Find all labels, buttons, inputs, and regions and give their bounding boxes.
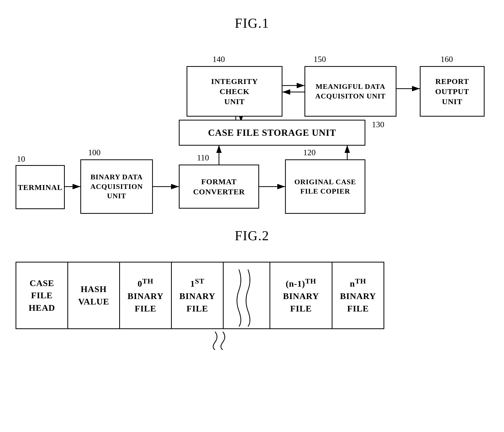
fig2-cell-nth: nTHBINARYFILE bbox=[332, 263, 384, 329]
fig2-title: FIG.2 bbox=[0, 228, 504, 243]
report-output-box: REPORTOUTPUTUNIT bbox=[420, 66, 485, 117]
integrity-check-box: INTEGRITYCHECKUNIT bbox=[187, 66, 282, 117]
ref-meaningful-data: 150 bbox=[314, 54, 326, 64]
fig2-cell-hash-value: HASHVALUE bbox=[68, 263, 120, 329]
meaningful-data-box: MEANIGFUL DATAACQUISITON UNIT bbox=[304, 66, 396, 117]
fig2-cell-n1th: (n-1)THBINARYFILE bbox=[270, 263, 332, 329]
report-output-label: REPORTOUTPUTUNIT bbox=[435, 76, 469, 107]
ref-binary-data: 100 bbox=[88, 148, 101, 157]
case-file-storage-box: CASE FILE STORAGE UNIT bbox=[179, 120, 365, 146]
cell-n1th-label: (n-1)THBINARYFILE bbox=[283, 276, 319, 315]
squiggle-below-svg bbox=[207, 329, 259, 350]
fig1-title: FIG.1 bbox=[0, 16, 504, 31]
fig2-cell-1st: 1STBINARYFILE bbox=[172, 263, 224, 329]
meaningful-data-label: MEANIGFUL DATAACQUISITON UNIT bbox=[315, 82, 386, 101]
binary-data-label: BINARY DATAACQUISITIONUNIT bbox=[90, 172, 143, 201]
cell-1st-label: 1STBINARYFILE bbox=[179, 276, 215, 315]
ref-integrity-check: 140 bbox=[212, 54, 225, 64]
format-converter-box: FORMATCONVERTER bbox=[179, 165, 259, 209]
integrity-check-label: INTEGRITYCHECKUNIT bbox=[211, 76, 258, 107]
original-case-box: ORIGINAL CASEFILE COPIER bbox=[285, 159, 365, 214]
fig2-cell-case-file-head: CASEFILEHEAD bbox=[16, 263, 68, 329]
ref-report-output: 160 bbox=[441, 54, 453, 64]
cell-0th-label: 0THBINARYFILE bbox=[127, 276, 164, 315]
fig2-cell-gap bbox=[224, 263, 270, 329]
cell-case-file-head-label: CASEFILEHEAD bbox=[29, 277, 55, 314]
cell-nth-label: nTHBINARYFILE bbox=[340, 276, 376, 315]
terminal-box: TERMINAL bbox=[16, 165, 65, 209]
cell-hash-value-label: HASHVALUE bbox=[78, 283, 109, 308]
squiggle-svg bbox=[229, 264, 265, 327]
format-converter-label: FORMATCONVERTER bbox=[193, 176, 245, 197]
ref-format-converter: 110 bbox=[197, 153, 209, 162]
terminal-label: TERMINAL bbox=[18, 182, 62, 192]
case-file-storage-label: CASE FILE STORAGE UNIT bbox=[208, 127, 336, 139]
page: FIG.1 TERMINAL 10 bbox=[0, 0, 504, 432]
binary-data-box: BINARY DATAACQUISITIONUNIT bbox=[80, 159, 153, 214]
ref-case-file-storage: 130 bbox=[372, 120, 384, 129]
original-case-label: ORIGINAL CASEFILE COPIER bbox=[294, 177, 356, 196]
ref-terminal: 10 bbox=[17, 154, 25, 164]
fig2-cell-0th: 0THBINARYFILE bbox=[120, 263, 172, 329]
ref-original-case: 120 bbox=[303, 148, 316, 157]
fig2-table: CASEFILEHEAD HASHVALUE 0THBINARYFILE 1ST… bbox=[16, 262, 384, 329]
